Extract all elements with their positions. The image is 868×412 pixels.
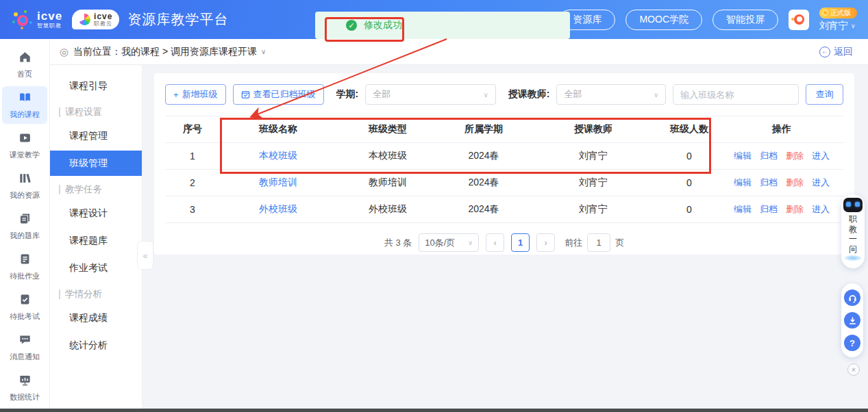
sidebar-item-待批考试[interactable]: 待批考试 <box>2 288 47 326</box>
classroom-play-icon <box>18 131 32 147</box>
goto-label: 前往 <box>565 237 582 249</box>
customer-service-button[interactable] <box>844 289 860 306</box>
class-management-panel: +新增班级 查看已归档班级 学期: 全部 ∨ 授课教师: 全部 ∨ 查询 序号班… <box>154 73 854 255</box>
goto-page-input[interactable] <box>587 233 610 252</box>
check-circle-icon: ✓ <box>346 20 357 31</box>
action-进入[interactable]: 进入 <box>812 150 830 162</box>
action-归档[interactable]: 归档 <box>760 150 778 162</box>
action-归档[interactable]: 归档 <box>760 203 778 216</box>
action-删除[interactable]: 删除 <box>786 177 804 189</box>
breadcrumb: 当前位置：我的课程 > 调用资源库课程开课 <box>73 46 257 58</box>
sidebar: 首页我的课程课堂教学我的资源我的题库待批作业待批考试消息通知数据统计第三方应用 <box>0 39 50 409</box>
submenu-item-班级管理[interactable]: 班级管理 <box>50 151 142 176</box>
app-launcher-icon[interactable] <box>789 10 809 30</box>
column-header-操作: 操作 <box>720 123 843 136</box>
back-button[interactable]: ← 返回 <box>819 46 853 58</box>
submenu-item-课程题库[interactable]: 课程题库 <box>50 228 142 253</box>
submenu-item-课程管理[interactable]: 课程管理 <box>50 123 142 149</box>
sidebar-item-首页[interactable]: 首页 <box>2 46 47 83</box>
section-bar <box>59 289 60 299</box>
cell-type: 外校班级 <box>336 203 439 216</box>
sidebar-item-label: 数据统计 <box>10 392 40 402</box>
action-进入[interactable]: 进入 <box>812 203 830 216</box>
teacher-select[interactable]: 全部 ∨ <box>556 84 666 105</box>
brand1-name: icve <box>37 10 62 22</box>
header-nav-智能投屏[interactable]: 智能投屏 <box>712 10 778 30</box>
archive-box-icon <box>241 90 250 99</box>
sidebar-item-我的资源[interactable]: 我的资源 <box>2 167 47 205</box>
cell-actions: 编辑归档删除进入 <box>720 150 843 162</box>
robot-face-icon <box>843 198 863 212</box>
sidebar-item-我的课程[interactable]: 我的课程 <box>2 86 47 124</box>
submenu-collapse-handle[interactable]: « <box>137 241 153 270</box>
action-编辑[interactable]: 编辑 <box>734 150 752 162</box>
assistant-vertical-label: 职教一问 <box>849 214 857 254</box>
submenu-item-统计分析[interactable]: 统计分析 <box>50 333 142 358</box>
chevron-down-icon: ∨ <box>468 239 473 246</box>
user-menu[interactable]: 正式版 刘宵宁∨ <box>819 8 857 32</box>
action-删除[interactable]: 删除 <box>786 203 804 216</box>
semester-select[interactable]: 全部 ∨ <box>365 84 496 105</box>
prev-page-button[interactable]: ‹ <box>486 233 504 252</box>
sidebar-item-课堂教学[interactable]: 课堂教学 <box>2 127 47 164</box>
help-button[interactable]: ? <box>844 335 860 351</box>
submenu-section-课程设置: 课程设置 <box>50 101 142 123</box>
action-编辑[interactable]: 编辑 <box>734 177 752 189</box>
brand1-sub: 智慧职教 <box>37 23 62 29</box>
sidebar-item-label: 我的资源 <box>10 190 40 201</box>
question-icon: ? <box>850 338 855 348</box>
class-name-search-input[interactable] <box>673 84 799 105</box>
cell-semester: 2024春 <box>439 177 528 189</box>
submenu-section-学情分析: 学情分析 <box>50 283 142 305</box>
query-button[interactable]: 查询 <box>806 84 843 105</box>
submenu-item-作业考试[interactable]: 作业考试 <box>50 255 142 281</box>
action-删除[interactable]: 删除 <box>786 150 804 162</box>
medal-icon <box>822 10 828 16</box>
username: 刘宵宁 <box>819 20 848 32</box>
page-size-select[interactable]: 10条/页 ∨ <box>419 233 479 252</box>
column-header-班级名称: 班级名称 <box>220 123 336 136</box>
ai-assistant-widget[interactable]: 职教一问 <box>841 194 865 268</box>
table-row: 3外校班级外校班级2024春刘宵宁0编辑归档删除进入 <box>165 196 843 223</box>
add-class-button[interactable]: +新增班级 <box>165 84 226 105</box>
plus-icon: + <box>173 90 179 100</box>
table-header-row: 序号班级名称班级类型所属学期授课教师班级人数操作 <box>165 116 843 143</box>
action-进入[interactable]: 进入 <box>812 177 830 189</box>
view-archived-classes-button[interactable]: 查看已归档班级 <box>233 84 324 105</box>
sidebar-item-消息通知[interactable]: 消息通知 <box>2 329 47 366</box>
header-nav: 资源库MOOC学院智能投屏 <box>559 10 778 30</box>
submenu-item-课程引导[interactable]: 课程引导 <box>50 73 142 99</box>
action-归档[interactable]: 归档 <box>760 177 778 189</box>
class-name-link[interactable]: 本校班级 <box>220 150 336 162</box>
close-floating-button[interactable]: × <box>847 363 860 376</box>
page-title: 资源库教学平台 <box>127 10 228 29</box>
version-badge: 正式版 <box>819 8 857 18</box>
sidebar-item-待批作业[interactable]: 待批作业 <box>2 248 47 285</box>
teacher-label: 授课教师: <box>508 88 550 101</box>
question-bank-icon <box>18 212 32 228</box>
cell-count: 0 <box>658 177 720 188</box>
submenu-item-课程设计[interactable]: 课程设计 <box>50 201 142 226</box>
cell-index: 2 <box>165 177 220 188</box>
class-name-link[interactable]: 教师培训 <box>220 177 336 189</box>
header-nav-MOOC学院[interactable]: MOOC学院 <box>625 10 702 30</box>
table-row: 1本校班级本校班级2024春刘宵宁0编辑归档删除进入 <box>165 143 843 170</box>
submenu-item-课程成绩[interactable]: 课程成绩 <box>50 305 142 331</box>
sidebar-item-数据统计[interactable]: 数据统计 <box>2 369 47 407</box>
action-编辑[interactable]: 编辑 <box>734 203 752 216</box>
cell-count: 0 <box>658 151 720 162</box>
page-number-button[interactable]: 1 <box>511 233 530 252</box>
breadcrumb-bar: ◎ 当前位置：我的课程 > 调用资源库课程开课 ∨ ← 返回 <box>50 39 868 65</box>
chevron-down-icon[interactable]: ∨ <box>261 48 266 55</box>
sidebar-item-label: 我的题库 <box>10 231 40 241</box>
toast-message: 修改成功 <box>364 19 402 31</box>
next-page-button[interactable]: › <box>536 233 555 252</box>
sidebar-item-我的题库[interactable]: 我的题库 <box>2 207 47 245</box>
class-name-link[interactable]: 外校班级 <box>220 203 336 216</box>
cell-index: 1 <box>165 151 220 162</box>
download-button[interactable] <box>844 312 860 329</box>
cell-count: 0 <box>658 204 720 215</box>
window-bottom-edge <box>0 409 868 412</box>
total-count: 共 3 条 <box>384 237 412 249</box>
submenu-section-label: 教学任务 <box>65 183 102 196</box>
